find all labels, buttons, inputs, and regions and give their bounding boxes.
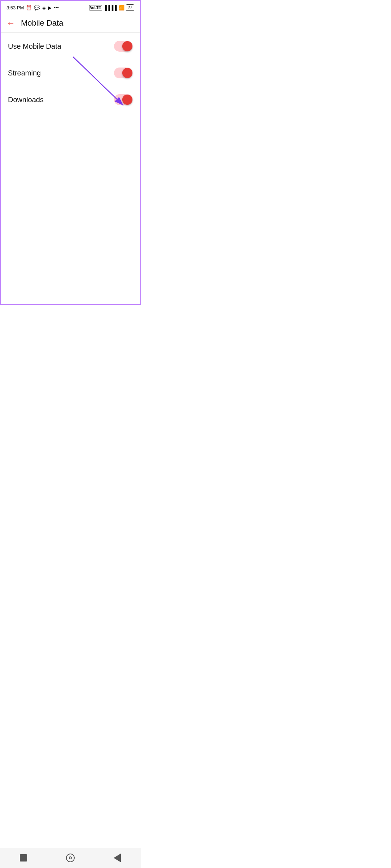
use-mobile-data-toggle[interactable]: [114, 41, 133, 52]
wifi-icon: 📶: [118, 5, 124, 10]
layers-icon: ◈: [42, 5, 46, 10]
page-title: Mobile Data: [21, 18, 63, 28]
alarm-icon: ⏰: [26, 5, 32, 10]
downloads-label: Downloads: [8, 96, 44, 104]
settings-list: Use Mobile Data Streaming Downloads: [1, 33, 140, 113]
settings-content: Use Mobile Data Streaming Downloads: [1, 33, 140, 135]
volte-icon: VoLTE: [89, 5, 102, 10]
use-mobile-data-item: Use Mobile Data: [1, 33, 140, 60]
battery-icon: 27: [126, 4, 134, 11]
youtube-icon: ▶: [48, 5, 52, 10]
status-right-area: VoLTE ▐▐▐▐ 📶 27: [89, 4, 134, 11]
downloads-item: Downloads: [1, 86, 140, 113]
time-display: 3:53 PM: [6, 5, 24, 10]
toggle-thumb: [122, 68, 132, 78]
page-header: ← Mobile Data: [1, 14, 140, 33]
whatsapp-icon: 💬: [34, 5, 40, 10]
back-button[interactable]: ←: [6, 18, 15, 28]
downloads-toggle[interactable]: [114, 94, 133, 105]
use-mobile-data-label: Use Mobile Data: [8, 42, 61, 51]
streaming-toggle[interactable]: [114, 68, 133, 78]
more-icon: •••: [54, 5, 59, 10]
signal-icon: ▐▐▐▐: [104, 5, 117, 10]
toggle-thumb: [122, 95, 132, 105]
streaming-item: Streaming: [1, 60, 140, 86]
toggle-thumb: [122, 41, 132, 51]
status-bar: 3:53 PM ⏰ 💬 ◈ ▶ ••• VoLTE ▐▐▐▐ 📶 27: [1, 1, 140, 14]
streaming-label: Streaming: [8, 69, 41, 77]
status-time-area: 3:53 PM ⏰ 💬 ◈ ▶ •••: [6, 5, 59, 10]
